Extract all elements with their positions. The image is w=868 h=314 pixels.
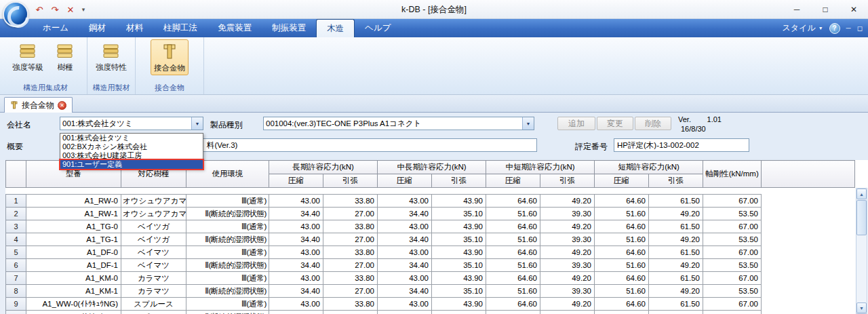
minimize-button[interactable]: ─ — [787, 3, 807, 16]
cell-species: ベイマツ — [121, 259, 186, 272]
table-row[interactable]: 5A1_DF-0ベイマツⅢ(通常)43.0033.8043.0043.9064.… — [6, 246, 855, 259]
cell-filler — [762, 259, 855, 272]
cell-value: 43.00 — [378, 220, 432, 233]
help-icon[interactable]: ? — [829, 23, 840, 34]
cell-value: 34.40 — [378, 311, 432, 314]
add-button[interactable]: 追加 — [557, 117, 595, 130]
cell-value: 64.60 — [595, 246, 649, 259]
column-header-compression: 圧縮 — [486, 174, 540, 188]
cell-filler — [762, 195, 855, 208]
cell-value: 43.90 — [432, 246, 486, 259]
cell-value: 64.60 — [595, 298, 649, 311]
column-group-long-term: 長期許容応力(kN) — [269, 161, 378, 174]
data-grid-area: 型番 対応樹種 使用環境 長期許容応力(kN) 中長期許容応力(kN) 中短期許… — [0, 160, 868, 314]
combo-dropdown-icon[interactable]: ▼ — [191, 117, 203, 130]
ribbon-tab-material[interactable]: 材料 — [116, 19, 153, 37]
ribbon-group-connector: 接合金物 接合金物 — [136, 37, 204, 94]
scrollbar-thumb[interactable] — [856, 200, 867, 235]
ribbon-button-label: 強度等級 — [12, 62, 43, 73]
table-row[interactable]: 6A1_DF-1ベイマツⅡ(断続的湿潤状態)34.4027.0034.4035.… — [6, 259, 855, 272]
delete-button[interactable]: 削除 — [635, 117, 671, 130]
dropdown-item[interactable]: 002:BXカネシン株式会社 — [60, 142, 203, 151]
ribbon-tab-help[interactable]: ヘルプ — [355, 19, 401, 37]
maximize-button[interactable]: □ — [815, 3, 835, 16]
ribbon-tabs: ホーム 鋼材 材料 柱脚工法 免震装置 制振装置 木造 ヘルプ — [0, 19, 868, 37]
dropdown-item[interactable]: 003:株式会社U建築工房 — [60, 151, 203, 160]
change-button[interactable]: 変更 — [597, 117, 633, 130]
combo-dropdown-icon[interactable]: ▼ — [522, 117, 534, 130]
row-number[interactable]: 9 — [6, 298, 26, 311]
cell-value: 39.30 — [540, 285, 595, 298]
dropdown-item-user-defined[interactable]: 901:ユーザー定義 — [60, 160, 203, 169]
cell-value: 35.10 — [432, 233, 486, 246]
document-tab-bar: 接合金物 ✕ — [0, 96, 868, 113]
style-menu-button[interactable]: スタイル ▼ — [783, 22, 823, 34]
species-button[interactable]: 樹種 — [49, 39, 81, 74]
ribbon-tab-damping[interactable]: 制振装置 — [262, 19, 316, 37]
row-number[interactable]: 4 — [6, 233, 26, 246]
dropdown-item[interactable]: 001:株式会社タツミ — [60, 134, 203, 142]
app-orb-button[interactable] — [3, 1, 28, 27]
cell-value: 39.30 — [540, 259, 595, 272]
row-number[interactable]: 7 — [6, 272, 26, 285]
rating-number-field[interactable]: HP評定(木)-13-002-002 — [614, 138, 749, 152]
strength-property-button[interactable]: 強度特性 — [93, 39, 130, 74]
row-number[interactable]: 3 — [6, 220, 26, 233]
company-value: 001:株式会社タツミ — [60, 117, 191, 130]
cell-species: オウシュウアカマツ — [121, 195, 186, 208]
ribbon-tab-home[interactable]: ホーム — [33, 19, 79, 37]
cell-value: 51.60 — [486, 208, 540, 220]
row-number[interactable]: 8 — [6, 285, 26, 298]
cell-species: カラマツ — [121, 272, 186, 285]
ribbon-expand-icon[interactable]: ◻ — [857, 24, 863, 32]
cell-value: 51.60 — [486, 285, 540, 298]
cell-value: 51.60 — [595, 208, 649, 220]
table-row[interactable]: 8A1_KM-1カラマツⅡ(断続的湿潤状態)34.4027.0034.4035.… — [6, 285, 855, 298]
doc-tab-close-icon[interactable]: ✕ — [58, 101, 66, 110]
row-number[interactable]: 2 — [6, 208, 26, 220]
company-combobox[interactable]: 001:株式会社タツミ ▼ — [60, 117, 203, 130]
ribbon-group-sawn-lumber: 強度特性 構造用製材 — [87, 37, 136, 94]
cell-value: 67.00 — [703, 298, 762, 311]
ribbon-content: 強度等級 樹種 構造用集成材 — [0, 37, 868, 95]
ribbon-button-label: 樹種 — [58, 62, 73, 73]
table-row[interactable]: 9A1_WW-0(ｲﾄｳｷｭｳNG)スプルースⅢ(通常)43.0033.8043… — [6, 298, 855, 311]
connector-button[interactable]: 接合金物 — [151, 39, 189, 75]
cell-env: Ⅲ(通常) — [186, 195, 269, 208]
version-date: 16/8/30 — [681, 125, 706, 133]
table-row[interactable]: 1A1_RW-0オウシュウアカマツⅢ(通常)43.0033.8043.0043.… — [6, 195, 855, 208]
cell-species: ベイマツ — [121, 246, 186, 259]
cell-value: 49.20 — [649, 233, 703, 246]
cell-value: 61.50 — [649, 272, 703, 285]
table-row[interactable]: 7A1_KM-0カラマツⅢ(通常)43.0033.8043.0043.9064.… — [6, 272, 855, 285]
close-button[interactable]: ✕ — [844, 3, 864, 16]
row-number[interactable]: 6 — [6, 259, 26, 272]
table-row[interactable]: 2A1_RW-1オウシュウアカマツⅡ(断続的湿潤状態)34.4027.0034.… — [6, 208, 855, 220]
grid-body-table: 1A1_RW-0オウシュウアカマツⅢ(通常)43.0033.8043.0043.… — [5, 194, 855, 314]
column-header-compression: 圧縮 — [595, 174, 649, 188]
cell-value: 49.20 — [649, 259, 703, 272]
row-number[interactable]: 1 — [6, 195, 26, 208]
doc-tab-connector[interactable]: 接合金物 ✕ — [4, 97, 73, 113]
cell-model: A1_TG-1 — [26, 233, 121, 246]
row-number[interactable]: 10 — [6, 311, 26, 314]
table-row[interactable]: 3A1_TG-0ベイツガⅢ(通常)43.0033.8043.0043.9064.… — [6, 220, 855, 233]
rating-number-label: 評定番号 — [575, 141, 608, 153]
scroll-up-icon[interactable]: ▲ — [856, 189, 867, 199]
ribbon-tab-wood[interactable]: 木造 — [316, 19, 355, 37]
strength-grade-button[interactable]: 強度等級 — [9, 39, 46, 74]
product-combobox[interactable]: 001004:(ver.3)TEC-ONE P3Plus A1コネクト ▼ — [263, 117, 534, 130]
ribbon-tab-steel[interactable]: 鋼材 — [79, 19, 116, 37]
vertical-scrollbar[interactable]: ▲ ▼ — [856, 188, 867, 314]
ribbon-minimize-icon[interactable]: ─ — [846, 24, 851, 32]
ribbon-tab-isolation[interactable]: 免震装置 — [208, 19, 262, 37]
ribbon-group-label: 接合金物 — [136, 83, 203, 93]
cell-value: 39.30 — [540, 208, 595, 220]
ribbon-tab-column-base[interactable]: 柱脚工法 — [153, 19, 208, 37]
row-number[interactable]: 5 — [6, 246, 26, 259]
table-row[interactable]: 4A1_TG-1ベイツガⅡ(断続的湿潤状態)34.4027.0034.4035.… — [6, 233, 855, 246]
table-row[interactable]: 10A1_WW-1(ｲﾄｳｷｭｳNG)スプルースⅡ(断続的湿潤状態)34.402… — [6, 311, 855, 314]
scroll-down-icon[interactable]: ▼ — [856, 302, 867, 313]
rating-number-value: HP評定(木)-13-002-002 — [614, 139, 749, 151]
product-value: 001004:(ver.3)TEC-ONE P3Plus A1コネクト — [264, 117, 522, 130]
